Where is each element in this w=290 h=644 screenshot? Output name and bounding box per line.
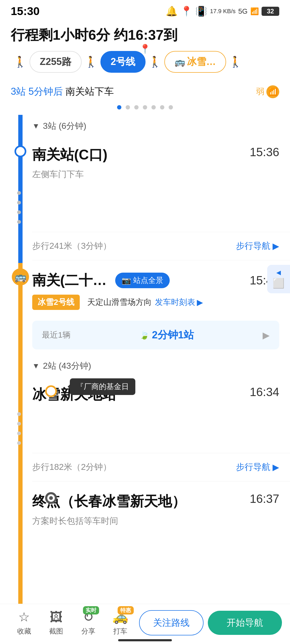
tab-icesnow-label: 冰雪… (187, 55, 216, 68)
walk-icon-2: 🚶 (82, 56, 100, 68)
tab-z255-label: Z255路 (40, 55, 71, 68)
follow-route-button[interactable]: 关注路线 (139, 610, 204, 635)
time-info-text: 5分钟后 (28, 86, 63, 97)
panorama-icon: 📷 (122, 276, 131, 285)
trip-title: 行程剩1小时6分 约16:37到 (11, 26, 279, 45)
nav-item-screenshot[interactable]: 🖼 截图 (40, 610, 73, 636)
dot-m2 (17, 201, 21, 204)
station-time-1: 15:36 (250, 145, 279, 159)
bus-icon: 🚌 (175, 57, 185, 67)
orange-line-section: 🚌 南关(二十… 📷 站点全景 15:49 冰雪2号线 天定山滑雪场方向 (0, 263, 290, 535)
schedule-label: 发车时刻表 (155, 297, 195, 308)
popup-overlay: 『厂商的基金日 (70, 378, 135, 395)
bus-stop-name-row: 南关(二十… 📷 站点全景 (32, 271, 170, 290)
collapse-2-stops[interactable]: ▼ 2站 (43分钟) (32, 355, 290, 377)
panorama-label: 站点全景 (133, 275, 163, 286)
nav-item-favorite[interactable]: ☆ 收藏 (8, 609, 40, 636)
status-icons: 🔔 📍 📳 17.9 KB/s 5G 📶 32 (166, 6, 279, 17)
destination-marker (45, 492, 57, 504)
dot-o4 (17, 441, 21, 445)
dot-o3 (17, 431, 21, 435)
battery-indicator: 32 (262, 7, 279, 16)
dot-o2 (17, 422, 21, 426)
next-bus-card[interactable]: 最近1辆 🍃 2分钟1站 ▶ (32, 321, 279, 349)
status-bar: 15:30 🔔 📍 📳 17.9 KB/s 5G 📶 32 (0, 0, 290, 20)
destination-sub: 方案时长包括等车时间 (32, 514, 290, 535)
share-label: 分享 (81, 627, 95, 636)
dot-2 (126, 105, 130, 109)
subtitle-row: 3站 5分钟后 南关站下车 弱 📶 (0, 81, 290, 103)
qr-button[interactable]: ◀ ⬜ (267, 265, 290, 293)
dot-m4 (17, 220, 21, 224)
blue-circle-marker (15, 145, 26, 157)
orange-circle-marker (45, 385, 57, 397)
panorama-button[interactable]: 📷 站点全景 (115, 273, 170, 288)
network-speed: 17.9 KB/s (210, 8, 235, 15)
bus-stop-icon: 🚌 (12, 268, 29, 286)
walk-nav-arrow-2: ▶ (273, 462, 279, 472)
collapse-3-stops[interactable]: ▼ 3站 (6分钟) (0, 115, 290, 137)
walk-icon-1: 🚶 (11, 56, 30, 68)
walk-section-1: 步行241米（3分钟） 步行导航 ▶ (0, 232, 290, 260)
bus-line-badge: 冰雪2号线 (32, 295, 80, 310)
tab-subway-label: 2号线 (111, 55, 135, 68)
signal-badge: 弱 📶 (256, 85, 279, 98)
chevron-left-icon: ◀ (276, 269, 281, 276)
next-bus-time-label: 2分钟1站 (152, 328, 194, 342)
blue-line-section: ▼ 3站 (6分钟) 南关站(C口) 15:36 左侧车门下车 步行241 (0, 115, 290, 260)
bus-stop-name: 南关(二十… (32, 271, 107, 290)
collapse-label-2: 2站 (43分钟) (43, 360, 91, 372)
walk-distance-1: 步行241米（3分钟） (32, 240, 111, 252)
middle-dots (32, 188, 290, 229)
screenshot-icon: 🖼 (50, 610, 63, 624)
bottom-nav: ☆ 收藏 🖼 截图 ↻ 实时 分享 🚕 特惠 打车 关注路线 开始导航 (0, 604, 290, 644)
dot-m3 (17, 210, 21, 214)
dot-m1 (17, 191, 21, 195)
app-icon-1: 🔔 (166, 6, 178, 17)
signal-wifi-icon: 📶 (266, 85, 279, 98)
next-bus-arrow: ▶ (263, 330, 270, 341)
nav-item-share[interactable]: ↻ 实时 分享 (72, 609, 104, 636)
station-name-text: 南关站下车 (66, 86, 114, 97)
walk-nav-label-2: 步行导航 (236, 461, 270, 473)
collapse-arrow-2-icon: ▼ (32, 362, 40, 370)
station-count-text: 3站 (11, 86, 26, 97)
station-sub-1: 左侧车门下车 (32, 167, 290, 188)
screenshot-label: 截图 (49, 627, 63, 636)
bus-stop-section: 南关(二十… 📷 站点全景 15:49 冰雪2号线 天定山滑雪场方向 发车时刻表… (0, 263, 290, 535)
tab-z255[interactable]: Z255路 (30, 51, 82, 73)
bus-direction: 天定山滑雪场方向 (87, 297, 152, 308)
tab-icesnow[interactable]: 🚌 冰雪… (164, 51, 226, 73)
station-nanguanzhan: 南关站(C口) 15:36 左侧车门下车 (0, 137, 290, 229)
collapse-arrow-icon: ▼ (32, 122, 40, 130)
dot-7 (169, 105, 173, 109)
app-icon-3: 📳 (195, 6, 207, 17)
dot-3 (134, 105, 139, 109)
schedule-link[interactable]: 发车时刻表 ▶ (155, 297, 203, 308)
bus-line-text: 冰雪2号线 (38, 297, 74, 308)
network-5g: 5G (238, 7, 248, 16)
destination-section: 终点（长春冰雪新天地） 16:37 方案时长包括等车时间 (32, 484, 290, 535)
taxi-badge: 特惠 (118, 606, 134, 614)
walk-icon-4: 🚶 (226, 56, 245, 68)
walk-nav-2[interactable]: 步行导航 ▶ (236, 461, 279, 473)
walk-nav-1[interactable]: 步行导航 ▶ (236, 240, 279, 252)
taxi-label: 打车 (113, 627, 127, 636)
walk-nav-label-1: 步行导航 (236, 240, 270, 252)
destination-dot (49, 496, 53, 500)
status-time: 15:30 (11, 5, 39, 18)
popup-text: 『厂商的基金日 (76, 382, 129, 391)
start-navigation-button[interactable]: 开始导航 (208, 611, 282, 635)
schedule-arrow: ▶ (197, 298, 203, 307)
header-area: 行程剩1小时6分 约16:37到 📍 🚶 Z255路 🚶 2号线 🚶 🚌 冰雪…… (0, 20, 290, 81)
bus-line-info: 冰雪2号线 天定山滑雪场方向 发车时刻表 ▶ (32, 292, 290, 315)
app-icon-2: 📍 (180, 6, 193, 17)
page-dots (0, 103, 290, 115)
tab-subway-2[interactable]: 2号线 (100, 51, 146, 73)
station-name-1: 南关站(C口) (32, 145, 107, 164)
nav-item-taxi[interactable]: 🚕 特惠 打车 (104, 609, 137, 636)
dot-o1 (17, 412, 21, 416)
main-content: ▼ 3站 (6分钟) 南关站(C口) 15:36 左侧车门下车 步行241 (0, 115, 290, 535)
walk-section-2: 步行182米（2分钟） 步行导航 ▶ (32, 453, 290, 481)
leaf-icon: 🍃 (139, 330, 149, 340)
